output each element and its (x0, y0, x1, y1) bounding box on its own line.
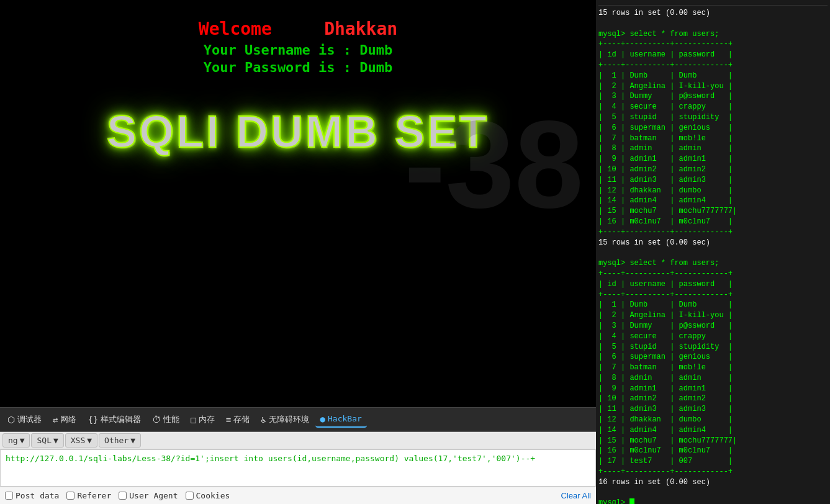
clear-all-button[interactable]: Clear All (561, 491, 591, 500)
cookies-label[interactable]: Cookies (186, 491, 230, 500)
toolbar-network[interactable]: ⇄ 网络 (48, 412, 81, 428)
page-content: Welcome Dhakkan Your Username is : Dumb … (0, 0, 596, 407)
term-row-1-5: | 5 | stupid | stupidity | (598, 112, 828, 123)
other-label: Other (104, 436, 129, 445)
hackbar-section: ng ▼ SQL ▼ XSS ▼ Other ▼ http://127.0.0.… (0, 431, 596, 504)
term-row-1-8: | 8 | admin | admin | (598, 143, 828, 154)
style-icon: {} (88, 415, 98, 425)
debugger-label: 调试器 (17, 414, 42, 425)
term-header-2: | id | username | password | (598, 279, 828, 290)
style-label: 样式编辑器 (101, 414, 141, 425)
term-sep-top-2: +----+----------+------------+ (598, 269, 828, 279)
term-row-1-12: | 12 | dhakkan | dumbo | (598, 186, 828, 196)
term-row-2-6: | 6 | superman | genious | (598, 352, 828, 362)
term-row-2-11: | 11 | admin3 | admin3 | (598, 404, 828, 415)
term-row-1-9: | 9 | admin1 | admin1 | (598, 154, 828, 164)
term-row-2-10: | 10 | admin2 | admin2 | (598, 394, 828, 404)
toolbar-memory[interactable]: □ 内存 (186, 412, 219, 428)
term-sep-bot-2: +----+----------+------------+ (598, 467, 828, 477)
term-row-2-7: | 7 | batman | mob!le | (598, 362, 828, 373)
hackbar-nav: ng ▼ SQL ▼ XSS ▼ Other ▼ (0, 432, 596, 449)
hackbar-icon: ● (320, 414, 325, 424)
term-sep-mid-2: +----+----------+------------+ (598, 290, 828, 300)
cookies-checkbox[interactable] (186, 492, 194, 500)
toolbar-accessibility[interactable]: ♿ 无障碍环境 (256, 412, 314, 428)
network-icon: ⇄ (53, 415, 58, 425)
term-rows-2: 15 rows in set (0.00 sec) (598, 238, 828, 248)
accessibility-icon: ♿ (261, 415, 266, 425)
ng-label: ng (8, 436, 18, 445)
memory-label: 内存 (199, 414, 215, 425)
term-prompt: mysql> _ (598, 498, 828, 504)
term-row-1-3: | 3 | Dummy | p@ssword | (598, 91, 828, 102)
term-row-2-5: | 5 | stupid | stupidity | (598, 342, 828, 353)
terminal-titlebar: ⊞ C:\Windows\System32\cmd.exe - mysql -u… (598, 2, 828, 6)
term-row-1-2: | 2 | Angelina | I-kill-you | (598, 81, 828, 92)
term-rows-1: 15 rows in set (0.00 sec) (598, 8, 828, 19)
term-row-2-15: | 15 | mochu7 | mochu7777777| (598, 436, 828, 446)
term-query-2: mysql> select * from users; (598, 258, 828, 269)
toolbar-style-editor[interactable]: {} 样式编辑器 (83, 412, 146, 428)
perf-icon: ⏱ (152, 415, 161, 425)
browser-panel: Welcome Dhakkan Your Username is : Dumb … (0, 0, 596, 504)
perf-label: 性能 (163, 414, 179, 425)
sql-label: SQL (37, 436, 51, 445)
user-agent-checkbox[interactable] (119, 492, 127, 500)
main-title: SQLI DUMB SET (107, 106, 489, 157)
term-row-1-15: | 15 | mochu7 | mochu7777777| (598, 206, 828, 217)
term-row-1-7: | 7 | batman | mob!le | (598, 133, 828, 144)
hackbar-ng-dropdown[interactable]: ng ▼ (2, 433, 30, 448)
toolbar-performance[interactable]: ⏱ 性能 (147, 412, 184, 428)
referer-label[interactable]: Referer (66, 491, 111, 500)
term-row-1-10: | 10 | admin2 | admin2 | (598, 164, 828, 175)
term-row-2-1: | 1 | Dumb | Dumb | (598, 300, 828, 310)
term-row-1-6: | 6 | superman | genious | (598, 123, 828, 133)
storage-icon: ≡ (226, 415, 231, 425)
user-agent-text: User Agent (129, 491, 178, 500)
hackbar-label: HackBar (328, 414, 362, 423)
xss-label: XSS (71, 436, 85, 445)
term-query-1: mysql> select * from users; (598, 29, 828, 40)
post-data-text: Post data (16, 491, 59, 500)
username-highlight: Dhakkan (324, 19, 397, 39)
xss-chevron: ▼ (87, 436, 92, 445)
terminal-panel: ⊞ C:\Windows\System32\cmd.exe - mysql -u… (596, 0, 830, 504)
term-row-1-16: | 16 | m0clnu7 | m0clnu7 | (598, 217, 828, 227)
other-chevron: ▼ (130, 436, 135, 445)
referer-checkbox[interactable] (66, 492, 74, 500)
password-display: Your Password is : Dumb (204, 60, 393, 75)
hackbar-other-dropdown[interactable]: Other ▼ (99, 433, 141, 448)
term-blank-1 (598, 19, 828, 29)
term-row-2-17: | 17 | test7 | 007 | (598, 456, 828, 467)
user-agent-label[interactable]: User Agent (119, 491, 178, 500)
term-row-1-11: | 11 | admin3 | admin3 | (598, 175, 828, 186)
hackbar-sql-dropdown[interactable]: SQL ▼ (31, 433, 63, 448)
welcome-label: Welcome (199, 19, 272, 39)
term-row-1-1: | 1 | Dumb | Dumb | (598, 71, 828, 81)
storage-label: 存储 (233, 414, 250, 425)
term-row-2-8: | 8 | admin | admin | (598, 373, 828, 384)
ng-chevron: ▼ (20, 436, 25, 445)
url-input[interactable]: http://127.0.0.1/sqli-labs/Less-38/?id=1… (0, 449, 596, 487)
term-row-1-4: | 4 | secure | crappy | (598, 102, 828, 112)
toolbar-storage[interactable]: ≡ 存储 (221, 412, 255, 428)
terminal-title: C:\Windows\System32\cmd.exe - mysql -u r… (610, 4, 815, 6)
cookies-text: Cookies (196, 491, 230, 500)
sql-chevron: ▼ (53, 436, 58, 445)
devtools-toolbar: ⬡ 调试器 ⇄ 网络 {} 样式编辑器 ⏱ 性能 □ 内存 ≡ 存储 ♿ 无障碍… (0, 407, 596, 431)
hackbar-xss-dropdown[interactable]: XSS ▼ (65, 433, 97, 448)
network-label: 网络 (60, 414, 76, 425)
hackbar-bottom: Post data Referer User Agent Cookies Cle… (0, 487, 596, 504)
term-row-2-9: | 9 | admin1 | admin1 | (598, 384, 828, 394)
term-blank-2 (598, 248, 828, 258)
term-rows-3: 16 rows in set (0.00 sec) (598, 477, 828, 488)
toolbar-hackbar[interactable]: ● HackBar (315, 412, 367, 428)
term-blank-3 (598, 488, 828, 498)
term-sep-bot-1: +----+----------+------------+ (598, 227, 828, 238)
post-data-label[interactable]: Post data (5, 491, 59, 500)
cmd-icon: ⊞ (601, 4, 605, 6)
toolbar-debugger[interactable]: ⬡ 调试器 (2, 412, 47, 428)
post-data-checkbox[interactable] (5, 492, 13, 500)
term-row-2-2: | 2 | Angelina | I-kill-you | (598, 310, 828, 321)
term-row-2-16: | 16 | m0clnu7 | m0clnu7 | (598, 446, 828, 456)
